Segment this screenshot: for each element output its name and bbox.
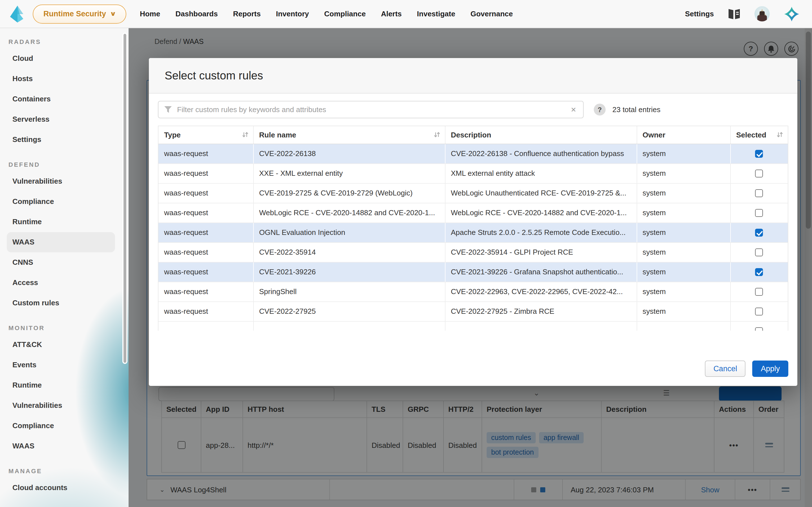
rule-row[interactable]: waas-requestSpringShell CVE-2022-22963, …	[158, 282, 788, 301]
sidebar-item-cloud-accounts[interactable]: Cloud accounts	[7, 478, 115, 498]
sort-icon[interactable]	[242, 131, 248, 138]
sidebar-item-monitor-compliance[interactable]: Compliance	[7, 416, 115, 436]
sidebar-item-serverless[interactable]: Serverless	[7, 109, 115, 129]
prisma-cloud-logo-icon[interactable]	[783, 5, 800, 22]
sidebar-item-custom-rules[interactable]: Custom rules	[7, 293, 115, 313]
runtime-security-logo-icon	[9, 5, 26, 23]
custom-rules-table: Type Rule name Description Owner Selecte…	[158, 126, 788, 331]
sidebar-item-access[interactable]: Access	[7, 273, 115, 293]
apply-button[interactable]: Apply	[752, 360, 788, 377]
rule-row[interactable]: waas-requestCVE-2022-27925 CVE-2022-2792…	[158, 301, 788, 321]
sidebar-item-monitor-waas[interactable]: WAAS	[7, 436, 115, 456]
sidebar-item-monitor-runtime[interactable]: Runtime	[7, 375, 115, 395]
rule-checkbox[interactable]	[755, 268, 763, 276]
rule-checkbox[interactable]	[755, 209, 763, 217]
modal-filter-row: Filter custom rules by keywords and attr…	[158, 101, 788, 118]
rule-row[interactable]: waas-requestWebLogic RCE - CVE-2020-1488…	[158, 203, 788, 223]
nav-reports[interactable]: Reports	[233, 10, 260, 18]
sidebar-item-containers[interactable]: Containers	[7, 89, 115, 109]
sort-icon[interactable]	[776, 131, 783, 138]
sidebar-section-manage: MANAGE Cloud accounts	[0, 464, 129, 498]
nav-investigate[interactable]: Investigate	[417, 10, 455, 18]
rule-checkbox[interactable]	[755, 189, 763, 197]
rule-checkbox[interactable]	[755, 248, 763, 256]
col-owner[interactable]: Owner	[637, 126, 730, 144]
section-header-monitor: MONITOR	[0, 321, 129, 335]
runtime-security-switcher[interactable]: Runtime Security ∨	[33, 4, 126, 23]
rule-checkbox[interactable]	[755, 307, 763, 315]
sidebar-section-monitor: MONITOR ATT&CK Events Runtime Vulnerabil…	[0, 321, 129, 456]
rules-filter-input[interactable]: Filter custom rules by keywords and attr…	[158, 101, 583, 118]
sidebar-item-hosts[interactable]: Hosts	[7, 69, 115, 89]
sidebar-item-compliance[interactable]: Compliance	[7, 191, 115, 212]
rule-row[interactable]: waas-requestOGNL Evaluation Injection Ap…	[158, 223, 788, 242]
sidebar-item-cnns[interactable]: CNNS	[7, 252, 115, 273]
docs-book-icon[interactable]	[727, 8, 741, 19]
rule-row[interactable]: waas-requestCVE-2021-39226 CVE-2021-3922…	[158, 262, 788, 282]
sidebar-scrollbar[interactable]	[122, 33, 128, 364]
col-type[interactable]: Type	[158, 126, 253, 144]
sidebar: RADARS Cloud Hosts Containers Serverless…	[0, 28, 129, 507]
nav-governance[interactable]: Governance	[470, 10, 513, 18]
topnav-right-cluster: Settings	[685, 5, 812, 22]
nav-home[interactable]: Home	[140, 10, 160, 18]
rule-checkbox[interactable]	[755, 228, 763, 236]
modal-title: Select custom rules	[165, 69, 263, 82]
sidebar-item-waas[interactable]: WAAS	[7, 232, 115, 252]
rule-row[interactable]: waas-requestCVE-2019-2725 & CVE-2019-272…	[158, 183, 788, 203]
sidebar-item-monitor-vulnerabilities[interactable]: Vulnerabilities	[7, 395, 115, 416]
nav-settings[interactable]: Settings	[685, 10, 714, 18]
sort-icon[interactable]	[434, 131, 440, 138]
cancel-button[interactable]: Cancel	[705, 360, 746, 377]
rule-row[interactable]: waas-requestCVE-2022-35914 CVE-2022-3591…	[158, 242, 788, 262]
rule-checkbox[interactable]	[755, 327, 763, 331]
rule-checkbox[interactable]	[755, 169, 763, 177]
sidebar-section-defend: DEFEND Vulnerabilities Compliance Runtim…	[0, 158, 129, 313]
brand-label: Runtime Security	[43, 10, 106, 18]
modal-header: Select custom rules	[149, 58, 797, 94]
rule-row-partial[interactable]	[158, 321, 788, 331]
nav-compliance[interactable]: Compliance	[324, 10, 366, 18]
top-nav: Runtime Security ∨ Home Dashboards Repor…	[0, 0, 812, 28]
chevron-down-icon: ∨	[110, 10, 116, 17]
section-header-radars: RADARS	[0, 35, 129, 48]
rule-row[interactable]: waas-requestXXE - XML external entity XM…	[158, 163, 788, 183]
sidebar-item-runtime[interactable]: Runtime	[7, 212, 115, 232]
app-root: Runtime Security ∨ Home Dashboards Repor…	[0, 0, 812, 507]
filter-placeholder: Filter custom rules by keywords and attr…	[177, 105, 564, 114]
filter-help-icon[interactable]: ?	[594, 104, 606, 115]
col-selected[interactable]: Selected	[730, 126, 788, 144]
sidebar-item-vulnerabilities[interactable]: Vulnerabilities	[7, 171, 115, 191]
sidebar-item-cloud[interactable]: Cloud	[7, 48, 115, 69]
select-custom-rules-modal: Select custom rules Filter custom rules …	[149, 58, 797, 386]
nav-dashboards[interactable]: Dashboards	[175, 10, 218, 18]
rule-checkbox[interactable]	[755, 288, 763, 295]
total-entries-label: 23 total entries	[612, 105, 661, 114]
clear-filter-icon[interactable]: ✕	[569, 106, 577, 114]
user-avatar[interactable]	[755, 6, 770, 21]
nav-alerts[interactable]: Alerts	[381, 10, 402, 18]
col-description[interactable]: Description	[445, 126, 637, 144]
rules-table-container: Type Rule name Description Owner Selecte…	[158, 126, 788, 331]
sidebar-item-events[interactable]: Events	[7, 355, 115, 375]
rule-row[interactable]: waas-requestCVE-2022-26138 CVE-2022-2613…	[158, 144, 788, 163]
section-header-manage: MANAGE	[0, 464, 129, 478]
modal-footer: Cancel Apply	[705, 360, 788, 377]
section-header-defend: DEFEND	[0, 158, 129, 171]
filter-funnel-icon	[164, 106, 172, 113]
sidebar-item-settings[interactable]: Settings	[7, 129, 115, 150]
sidebar-section-radars: RADARS Cloud Hosts Containers Serverless…	[0, 35, 129, 150]
rule-checkbox[interactable]	[755, 150, 763, 158]
col-rule-name[interactable]: Rule name	[253, 126, 445, 144]
sidebar-item-attck[interactable]: ATT&CK	[7, 335, 115, 355]
nav-inventory[interactable]: Inventory	[276, 10, 309, 18]
primary-nav: Home Dashboards Reports Inventory Compli…	[140, 10, 513, 18]
